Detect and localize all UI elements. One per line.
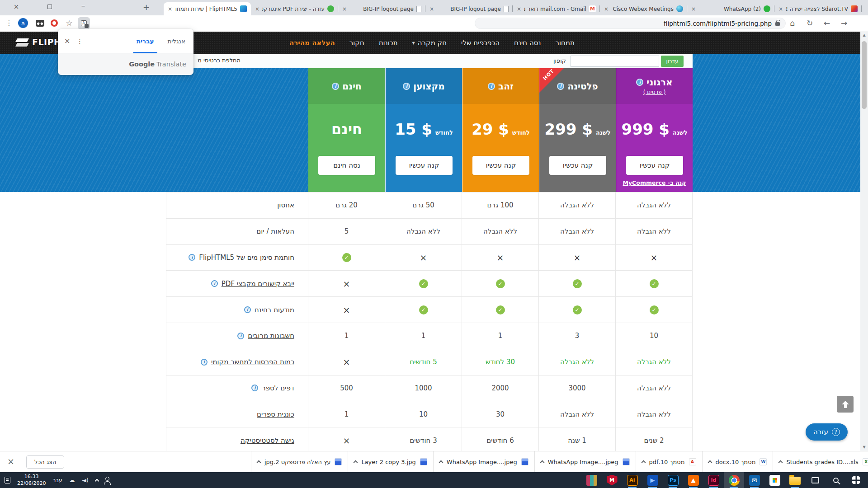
profile-avatar[interactable]: a [16, 15, 30, 31]
download-item[interactable]: מסמך 10.docxW [702, 451, 773, 472]
try-free-button[interactable]: נסה חינם [318, 156, 375, 175]
info-icon[interactable]: i [244, 306, 251, 313]
tab-close-icon[interactable]: × [604, 6, 609, 12]
chrome-taskbar-icon[interactable] [724, 472, 744, 488]
indesign-taskbar-icon[interactable]: Id [703, 472, 724, 488]
feature-label-link[interactable]: כמות הפרסום למחשב מקומי [211, 358, 294, 366]
microsoft-store-taskbar-icon[interactable] [764, 472, 785, 488]
translate-icon[interactable]: A [77, 15, 90, 31]
browser-tab[interactable]: ×Cisco Webex Meetings [600, 2, 687, 15]
address-bar[interactable]: fliphtml5.com/fliphtml5-pricing.php [475, 18, 786, 29]
volume-icon[interactable]: ◄) [82, 477, 89, 483]
forward-icon[interactable]: → [838, 19, 850, 28]
tab-close-icon[interactable]: × [778, 6, 783, 12]
adobe-orange-app-taskbar-icon[interactable]: ▲ [683, 472, 703, 488]
coupon-input[interactable] [571, 56, 659, 67]
info-icon[interactable]: i [488, 83, 495, 90]
browser-tab[interactable]: ×FlipHTML5 | שירות ותמחור [164, 2, 251, 15]
illustrator-taskbar-icon[interactable]: Ai [622, 472, 642, 488]
scrollbar-up-arrow[interactable]: ▲ [860, 33, 868, 37]
info-icon[interactable]: i [403, 83, 410, 90]
home-icon[interactable]: ⌂ [787, 19, 798, 28]
tab-close-icon[interactable]: × [168, 6, 172, 12]
tab-close-icon[interactable]: × [255, 6, 259, 12]
browser-tab[interactable]: ×BIG-IP logout page [425, 2, 513, 15]
back-icon[interactable]: ← [821, 19, 833, 28]
browser-menu-icon[interactable]: ⋮ [4, 15, 14, 31]
task-view-taskbar-icon[interactable] [805, 472, 826, 488]
tab-close-icon[interactable]: × [342, 6, 347, 12]
translate-tab-hebrew[interactable]: עברית [137, 29, 154, 53]
translate-tab-english[interactable]: אנגלית [167, 29, 185, 53]
media-player-taskbar-icon[interactable]: ▶ [642, 472, 663, 488]
site-nav-item[interactable]: הכפכפים שלי [461, 39, 500, 47]
help-button[interactable]: עזרה ? [806, 423, 848, 441]
show-all-downloads-button[interactable]: הצג הכל [26, 455, 64, 469]
feature-label-link[interactable]: גישה לסטטיסטיקה [241, 436, 294, 445]
translate-options-icon[interactable]: ⋮ [76, 38, 83, 45]
window-restore-button[interactable] [44, 3, 55, 11]
info-icon[interactable]: i [189, 254, 195, 261]
mail-taskbar-icon[interactable]: ✉ [744, 472, 764, 488]
feature-label-link[interactable]: ייבא קישורים מקבצי PDF [222, 280, 294, 288]
plan-details-link[interactable]: ( פרטים ) [643, 89, 666, 95]
language-indicator[interactable]: עבר [52, 477, 62, 483]
scrollbar-thumb[interactable] [862, 41, 867, 109]
download-item[interactable]: Students grades ID....xlsX [773, 451, 868, 472]
browser-tab[interactable]: ×(2) WhatsApp [687, 2, 774, 15]
chevron-up-icon[interactable] [641, 460, 646, 465]
browser-tab[interactable]: ×BIG-IP logout page [338, 2, 425, 15]
coupon-update-button[interactable]: עדכון [661, 56, 684, 67]
buy-now-button[interactable]: קנה עכשיו [626, 156, 683, 175]
extension-goggles-icon[interactable] [33, 15, 46, 31]
winrar-taskbar-icon[interactable] [581, 472, 602, 488]
translate-close-icon[interactable]: × [64, 37, 70, 45]
download-item[interactable]: עץ האלה פרוספקט 2.jpg [251, 451, 348, 472]
chevron-up-icon[interactable] [354, 460, 358, 465]
download-item[interactable]: מסמך 10.pdfA [636, 451, 702, 472]
mycommerce-link[interactable]: קנה ב- MyCommerce [616, 179, 693, 186]
feature-label-link[interactable]: כוננית ספרים [257, 410, 294, 418]
mcafee-taskbar-icon[interactable]: M [602, 472, 622, 488]
window-minimize-button[interactable]: – [78, 1, 89, 10]
chevron-up-icon[interactable] [708, 460, 712, 465]
info-icon[interactable]: i [636, 79, 643, 86]
site-nav-item[interactable]: ▼חק מקרה [412, 39, 447, 47]
lock-icon[interactable] [775, 22, 780, 26]
new-tab-button[interactable]: + [143, 2, 150, 12]
bookmark-star-icon[interactable]: ☆ [63, 15, 75, 31]
download-item[interactable]: WhatsApp Image....jpeg [433, 451, 534, 472]
buy-now-button[interactable]: קנה עכשיו [396, 156, 453, 175]
info-icon[interactable]: i [251, 385, 258, 391]
download-item[interactable]: Layer 2 copy 3.jpg [348, 451, 433, 472]
search-taskbar-icon[interactable] [826, 472, 846, 488]
photoshop-taskbar-icon[interactable]: Ps [663, 472, 683, 488]
download-item[interactable]: WhatsApp Image....jpeg [534, 451, 636, 472]
info-icon[interactable]: i [201, 359, 208, 366]
site-nav-item[interactable]: חקור [349, 39, 364, 47]
scroll-to-top-button[interactable] [837, 396, 854, 413]
chevron-up-icon[interactable] [540, 460, 544, 465]
page-scrollbar[interactable]: ▲ ▼ [860, 31, 868, 451]
action-center-icon[interactable] [5, 477, 10, 483]
start-taskbar-icon[interactable] [846, 472, 866, 488]
reload-icon[interactable]: ↻ [804, 19, 816, 28]
site-nav-item[interactable]: נסה חינם [514, 39, 541, 47]
extension-red-o-icon[interactable] [48, 15, 61, 31]
taskbar-clock[interactable]: 16:33 22/06/2020 [17, 474, 46, 487]
onedrive-cloud-icon[interactable]: ☁ [69, 477, 75, 483]
gift-card-link[interactable]: החלפת כרטיסי מ [198, 57, 241, 64]
file-explorer-taskbar-icon[interactable] [785, 472, 805, 488]
buy-now-button[interactable]: קנה עכשיו [549, 156, 606, 175]
window-close-button[interactable]: × [11, 3, 22, 11]
downloads-close-icon[interactable]: × [7, 456, 14, 466]
buy-now-button[interactable]: קנה עכשיו [472, 156, 529, 175]
tab-close-icon[interactable]: × [517, 6, 521, 12]
people-icon[interactable] [105, 477, 109, 481]
tab-close-icon[interactable]: × [429, 6, 434, 12]
chevron-up-icon[interactable] [439, 460, 443, 465]
feature-label-link[interactable]: חשבונות מרובים [248, 332, 294, 340]
browser-tab[interactable]: ×עזרה - יצירת PDF אינטרקטי [251, 2, 338, 15]
info-icon[interactable]: i [237, 333, 244, 339]
tab-close-icon[interactable]: × [691, 6, 696, 12]
